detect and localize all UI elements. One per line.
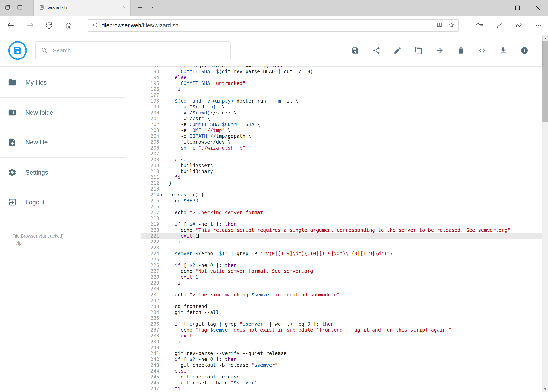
code-line[interactable]: 208 else [141,157,542,163]
more-options-button[interactable] [533,20,544,31]
code-line[interactable]: 192 if [ "$(git status -s)" == "" ]; the… [141,66,542,69]
code-line[interactable]: 225 [141,257,542,262]
refresh-button[interactable] [43,20,54,31]
code-line[interactable]: 220 echo "This release script requires a… [141,227,542,233]
code-line[interactable]: 210 buildBinary [141,168,542,174]
code-line[interactable]: 193 COMMIT_SHA="$(git rev-parse HEAD | c… [141,69,542,75]
home-button[interactable] [63,20,74,31]
code-line[interactable]: 228 exit 1 [141,274,542,280]
tab-preview-button[interactable] [14,0,26,16]
sidebar-item-settings[interactable]: Settings [0,158,126,187]
forward-button[interactable] [25,20,36,31]
code-line[interactable]: 238 exit 1 [141,333,542,339]
code-line[interactable]: 201 -w //src \ [141,116,542,121]
vertical-scrollbar[interactable]: ▲ ▼ [542,35,548,392]
code-line[interactable]: 227 echo "Not valid semver format. See s… [141,268,542,274]
back-button[interactable] [5,20,16,31]
rename-button[interactable] [392,45,403,56]
code-line[interactable]: 198 $(command -v winpty) docker run --rm… [141,98,542,104]
share-button[interactable] [513,20,524,31]
close-button[interactable] [528,0,548,16]
code-line[interactable]: 233 cd frontend [141,304,542,309]
share-file-button[interactable] [371,45,382,56]
hub-button[interactable] [474,20,485,31]
code-line[interactable]: 242 if [ $? -ne 0 ]; then [141,356,542,362]
filebrowser-logo[interactable] [8,41,28,60]
sidebar-item-new-file[interactable]: New file [0,127,126,157]
code-line[interactable]: 213 [141,186,542,192]
code-line[interactable]: 212} [141,180,542,186]
web-note-button[interactable] [494,20,505,31]
address-bar[interactable]: filebrowser.web/files/wizard.sh [88,19,458,32]
code-line[interactable]: 215 cd $REPO [141,198,542,204]
code-line[interactable]: 194 else [141,75,542,80]
maximize-button[interactable] [507,0,528,16]
code-editor[interactable]: 192 if [ "$(git status -s)" == "" ]; the… [141,66,542,392]
code-line[interactable]: 246 git reset --hard "$semver" [141,380,542,386]
move-button[interactable] [434,45,445,56]
code-line[interactable]: 236 if [ $(git tag | grep "$semver" | wc… [141,321,542,327]
code-line[interactable]: 205 filebrowser/dev \ [141,139,542,145]
code-line[interactable]: 224 semver=$(echo "$1" | grep -P '^v(0|[… [141,251,542,257]
set-tabs-aside-button[interactable] [1,0,14,16]
scrollbar-thumb[interactable] [542,41,548,122]
sidebar-item-new-folder[interactable]: New folder [0,98,126,127]
code-line[interactable]: 247 fi [141,386,542,392]
code-line[interactable]: 214▾release () { [141,192,542,198]
new-tab-button[interactable] [134,0,146,16]
code-line[interactable]: 244 else [141,368,542,374]
tab-list-button[interactable] [146,0,158,16]
code-line[interactable]: 243 git checkout -b release "$semver" [141,362,542,368]
code-line[interactable]: 237 echo "Tag $semver does not exist in … [141,327,542,333]
code-line[interactable]: 219 if [ $# -ne 1 ]; then [141,221,542,227]
code-line[interactable]: 217 echo "> Checking semver format" [141,210,542,216]
minimize-button[interactable] [487,0,507,16]
scrollbar-down-arrow[interactable]: ▼ [542,386,548,392]
help-link[interactable]: Help [12,239,64,247]
code-line[interactable]: 203 -e HOME="//tmp" \ [141,127,542,133]
code-line[interactable]: 226 if [ $? -ne 0 ]; then [141,262,542,268]
reading-view-button[interactable] [436,22,443,29]
source-view-button[interactable] [477,45,487,56]
favorite-star-button[interactable] [448,22,454,29]
code-line[interactable]: 223 [141,245,542,251]
code-line[interactable]: 199 -u "$(id -u)" \ [141,104,542,110]
code-line[interactable]: 216 [141,204,542,210]
code-line[interactable]: 196 fi [141,86,542,92]
code-line[interactable]: 229 fi [141,280,542,286]
code-line[interactable]: 197 [141,92,542,98]
code-line[interactable]: 200 -v /$(pwd):/src:z \ [141,110,542,116]
code-line[interactable]: 195 COMMIT_SHA="untracked" [141,80,542,86]
code-line[interactable]: 211 fi [141,174,542,180]
code-line[interactable]: 232 [141,298,542,304]
download-button[interactable] [498,45,509,56]
search-box[interactable] [35,42,231,59]
tab-close-icon[interactable] [122,5,127,11]
code-line[interactable]: 240 [141,345,542,350]
browser-tab[interactable]: wizard.sh [34,0,131,16]
sidebar-item-logout[interactable]: Logout [0,187,126,217]
code-line[interactable]: 239 fi [141,339,542,345]
code-line[interactable]: 222 fi [141,239,542,245]
code-line[interactable]: 206 sh -c "./wizard.sh -b" [141,145,542,151]
code-line[interactable]: 209 buildAssets [141,163,542,168]
info-button[interactable] [519,45,530,56]
code-line[interactable]: 202 -e COMMIT_SHA=$COMMIT_SHA \ [141,121,542,127]
save-button[interactable] [350,45,361,56]
code-line[interactable]: 221 exit 1 [141,233,542,239]
search-input[interactable] [53,47,225,54]
code-line[interactable]: 245 git checkout release [141,374,542,380]
code-line[interactable]: 231 echo "> Checking matching $semver in… [141,292,542,298]
code-line[interactable]: 235 [141,315,542,321]
delete-button[interactable] [456,45,466,56]
code-line[interactable]: 207 [141,151,542,157]
code-line[interactable]: 204 -e GOPATH=//tmp/gopath \ [141,133,542,139]
code-line[interactable]: 230 [141,286,542,292]
sidebar-item-my-files[interactable]: My files [0,68,126,97]
site-info-icon[interactable] [92,22,98,29]
scrollbar-up-arrow[interactable]: ▲ [542,35,548,41]
copy-button[interactable] [413,45,424,56]
fold-marker-icon[interactable]: ▾ [159,192,164,198]
code-line[interactable]: 218 [141,216,542,221]
code-line[interactable]: 241 git rev-parse --verify --quiet relea… [141,350,542,356]
